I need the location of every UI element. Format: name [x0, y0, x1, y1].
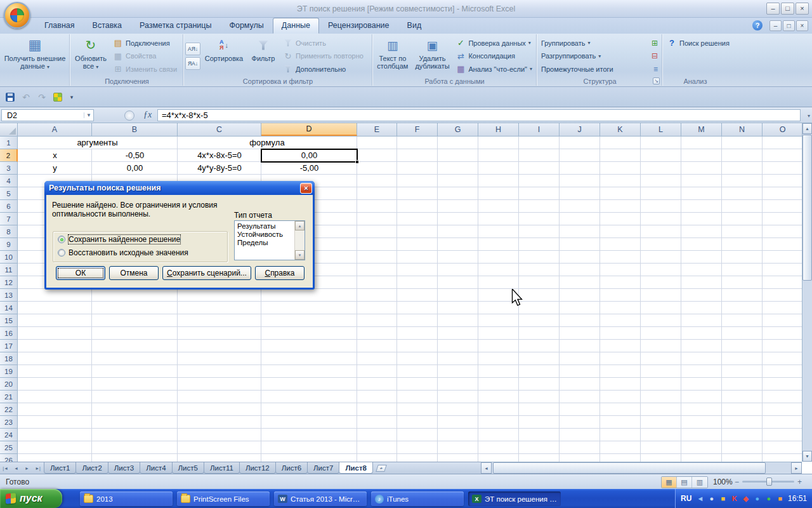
first-sheet-icon[interactable]: |◄: [0, 462, 11, 474]
page-layout-view-button[interactable]: ▤: [677, 477, 692, 488]
zoom-level[interactable]: 100%: [713, 478, 733, 486]
row-header-19[interactable]: 19: [0, 365, 18, 378]
horizontal-scrollbar-thumb[interactable]: [493, 462, 766, 474]
cancel-button[interactable]: Отмена: [109, 266, 159, 280]
insert-function-icon[interactable]: ƒx: [143, 110, 152, 120]
solver-button[interactable]: ?Поиск решения: [665, 37, 731, 49]
horizontal-scrollbar[interactable]: ◄ ►: [481, 462, 802, 474]
workbook-close-button[interactable]: ×: [796, 20, 808, 31]
save-solution-radio[interactable]: Сохранить найденное решение: [58, 235, 180, 244]
column-header-C[interactable]: C: [178, 123, 261, 136]
insert-worksheet-button[interactable]: +: [373, 462, 390, 474]
column-header-J[interactable]: J: [560, 123, 600, 136]
row-header-8[interactable]: 8: [0, 225, 18, 238]
scroll-down-icon[interactable]: ▼: [295, 250, 304, 260]
vertical-scrollbar[interactable]: ▲ ▼: [802, 123, 812, 462]
sheet-tab-Лист4[interactable]: Лист4: [140, 462, 172, 474]
row-header-4[interactable]: 4: [0, 175, 18, 187]
column-header-M[interactable]: M: [681, 123, 722, 136]
column-header-L[interactable]: L: [641, 123, 681, 136]
row-header-22[interactable]: 22: [0, 403, 18, 416]
row-header-18[interactable]: 18: [0, 352, 18, 365]
cell-C2[interactable]: 4x*x-8x-5=0: [178, 149, 261, 162]
row-header-25[interactable]: 25: [0, 441, 18, 454]
workbook-restore-button[interactable]: □: [783, 20, 795, 31]
restore-button[interactable]: □: [781, 3, 794, 15]
restore-values-radio[interactable]: Восстановить исходные значения: [58, 248, 188, 257]
vertical-scrollbar-thumb[interactable]: [802, 135, 812, 281]
formula-bar-expand-icon[interactable]: ▾: [808, 113, 810, 119]
report-type-listbox[interactable]: РезультатыУстойчивостьПределы ▲ ▼: [234, 220, 305, 260]
sheet-tab-Лист1[interactable]: Лист1: [44, 462, 76, 474]
what-if-analysis-button[interactable]: ▦Анализ "что-если" ▾: [454, 63, 534, 75]
zoom-track[interactable]: [742, 481, 794, 483]
scroll-left-icon[interactable]: ◄: [481, 462, 492, 474]
clear-filter-button[interactable]: Очистить: [281, 37, 370, 49]
tab-Вид[interactable]: Вид: [398, 18, 431, 34]
listbox-scrollbar[interactable]: ▲ ▼: [294, 221, 304, 260]
row-header-2[interactable]: 2: [0, 149, 18, 162]
formula-input[interactable]: =4*x*x-8*x-5: [157, 109, 801, 121]
tray-icon[interactable]: ■: [718, 494, 728, 504]
edit-links-button[interactable]: ⊞Изменить связи: [111, 63, 181, 75]
formula-bar-button[interactable]: [124, 110, 134, 121]
zoom-thumb[interactable]: [766, 478, 772, 486]
ungroup-button[interactable]: Разгруппировать ▾⊟: [539, 50, 660, 62]
taskbar-button[interactable]: PrintScreen Files: [177, 491, 270, 506]
fill-handle[interactable]: [355, 160, 359, 164]
zoom-out-icon[interactable]: −: [735, 478, 739, 486]
taskbar-button[interactable]: ♪iTunes: [371, 491, 464, 506]
dialog-close-icon[interactable]: ×: [300, 183, 312, 194]
column-header-N[interactable]: N: [722, 123, 763, 136]
tray-icon[interactable]: ●: [764, 494, 773, 504]
cell-C3[interactable]: 4y*y-8y-5=0: [178, 162, 261, 175]
sheet-tab-Лист11[interactable]: Лист11: [204, 462, 240, 474]
dialog-title-bar[interactable]: Результаты поиска решения ×: [44, 181, 315, 195]
cell-A2[interactable]: x: [18, 149, 92, 162]
tray-icon[interactable]: ●: [752, 494, 762, 504]
sheet-tab-Лист3[interactable]: Лист3: [108, 462, 140, 474]
report-type-option[interactable]: Результаты: [237, 222, 292, 231]
group-button[interactable]: Группировать ▾⊞: [539, 37, 660, 49]
tab-Рецензирование[interactable]: Рецензирование: [319, 18, 398, 34]
close-button[interactable]: ×: [796, 3, 809, 15]
consolidate-button[interactable]: ⇄Консолидация: [454, 50, 534, 62]
sort-descending-button[interactable]: ЯА↓: [185, 57, 200, 70]
next-sheet-icon[interactable]: ►: [22, 462, 32, 474]
column-header-I[interactable]: I: [519, 123, 560, 136]
language-indicator[interactable]: RU: [681, 494, 691, 503]
taskbar-button[interactable]: XЭТ поиск решения [...: [468, 491, 561, 506]
taskbar-button[interactable]: WСтатья 2013 - Micros...: [274, 491, 367, 506]
row-header-12[interactable]: 12: [0, 276, 18, 289]
text-to-columns-button[interactable]: ▥ Текст по столбцам: [374, 36, 411, 76]
select-all-corner[interactable]: [0, 123, 18, 136]
previous-sheet-icon[interactable]: ◄: [11, 462, 22, 474]
clock[interactable]: 16:51: [788, 494, 807, 503]
antivirus-icon[interactable]: K: [730, 494, 739, 504]
scroll-right-icon[interactable]: ►: [791, 462, 802, 474]
row-header-5[interactable]: 5: [0, 187, 18, 200]
page-break-view-button[interactable]: ▥: [692, 477, 707, 488]
minimize-button[interactable]: –: [766, 3, 780, 15]
row-header-3[interactable]: 3: [0, 162, 18, 175]
tray-icon[interactable]: ■: [775, 494, 785, 504]
dialog-launcher-icon[interactable]: ↘: [653, 77, 660, 84]
start-button[interactable]: пуск: [0, 489, 62, 508]
tab-Данные[interactable]: Данные: [273, 18, 319, 34]
advanced-filter-button[interactable]: Дополнительно: [281, 63, 370, 75]
report-type-option[interactable]: Пределы: [237, 239, 292, 247]
sort-ascending-button[interactable]: АЯ↓: [185, 43, 200, 55]
row-header-17[interactable]: 17: [0, 340, 18, 352]
row-header-24[interactable]: 24: [0, 429, 18, 441]
sheet-tab-Лист8[interactable]: Лист8: [339, 462, 373, 474]
sheet-tab-Лист12[interactable]: Лист12: [239, 462, 276, 474]
cell-B2[interactable]: -0,50: [92, 149, 178, 162]
filter-button[interactable]: Фильтр: [247, 36, 279, 76]
zoom-in-icon[interactable]: +: [797, 478, 802, 486]
column-header-G[interactable]: G: [438, 123, 478, 136]
row-header-23[interactable]: 23: [0, 416, 18, 429]
column-header-H[interactable]: H: [478, 123, 519, 136]
column-header-K[interactable]: K: [600, 123, 641, 136]
get-external-data-button[interactable]: ▦ Получить внешние данные ▾: [3, 36, 67, 76]
merged-cell[interactable]: формула: [178, 137, 357, 149]
